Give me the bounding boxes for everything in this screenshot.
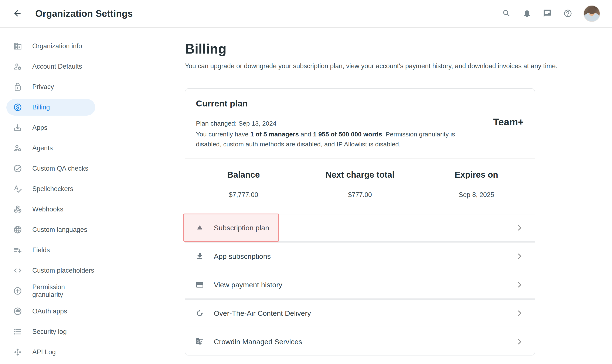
sidebar-item-label: Billing	[32, 104, 50, 111]
page-description: You can upgrade or downgrade your subscr…	[185, 62, 612, 70]
row-label: Over-The-Air Content Delivery	[214, 309, 311, 317]
translate-icon	[195, 338, 204, 346]
billing-actions-list: Subscription plan App subscriptions View…	[185, 214, 535, 355]
sidebar-item-account-defaults[interactable]: Account Defaults	[6, 58, 95, 75]
sidebar-item-label: Spellcheckers	[32, 185, 73, 193]
sidebar-item-label: Apps	[32, 124, 47, 131]
sidebar-item-organization-info[interactable]: Organization info	[6, 38, 95, 54]
main-content: Billing You can upgrade or downgrade you…	[102, 28, 612, 355]
plan-changed-text: Plan changed: Sep 13, 2024	[196, 119, 460, 128]
row-label: Crowdin Managed Services	[214, 338, 302, 346]
page-heading: Billing	[185, 41, 612, 56]
sidebar-item-security-log[interactable]: Security log	[6, 324, 95, 340]
sidebar-item-custom-qa-checks[interactable]: Custom QA checks	[6, 160, 95, 177]
current-plan-card: Current plan Plan changed: Sep 13, 2024 …	[185, 88, 535, 213]
chevron-right-icon	[515, 281, 524, 289]
sidebar-item-label: Custom languages	[32, 226, 87, 234]
eject-icon	[195, 223, 204, 232]
row-app-subscriptions[interactable]: App subscriptions	[185, 242, 535, 270]
check-circle-icon	[13, 164, 22, 173]
code-brackets-icon	[13, 266, 22, 275]
stat-balance: Balance $7,777.00	[185, 170, 302, 199]
avatar[interactable]	[584, 5, 600, 22]
sidebar-item-label: API Log	[32, 348, 56, 356]
row-view-payment-history[interactable]: View payment history	[185, 271, 535, 299]
sidebar-item-api-log[interactable]: API Log	[6, 344, 95, 360]
sidebar-item-label: Security log	[32, 328, 67, 336]
sidebar-item-privacy[interactable]: Privacy	[6, 79, 95, 95]
spellcheck-icon	[13, 184, 22, 193]
webhook-icon	[13, 205, 22, 214]
stat-label: Next charge total	[302, 170, 418, 180]
chevron-right-icon	[515, 252, 524, 260]
chat-icon	[543, 9, 552, 18]
sidebar-item-billing[interactable]: Billing	[6, 99, 95, 116]
row-label: App subscriptions	[214, 252, 271, 260]
sidebar-item-label: Permission granularity	[32, 283, 95, 299]
notifications-button[interactable]	[522, 9, 532, 18]
sidebar-item-label: Custom placeholders	[32, 267, 94, 274]
sidebar-item-label: Privacy	[32, 83, 54, 91]
stat-value: $777.00	[302, 191, 418, 199]
stat-expires-on: Expires on Sep 8, 2025	[418, 170, 535, 199]
sidebar-item-apps[interactable]: Apps	[6, 119, 95, 136]
billing-stats: Balance $7,777.00 Next charge total $777…	[185, 158, 535, 213]
sidebar-item-label: OAuth apps	[32, 308, 67, 315]
row-subscription-plan[interactable]: Subscription plan	[185, 214, 535, 242]
chevron-right-icon	[515, 223, 524, 232]
stat-value: Sep 8, 2025	[418, 191, 535, 199]
usage-prefix: You currently have	[196, 131, 250, 138]
sidebar: Organization info Account Defaults Priva…	[0, 28, 102, 364]
row-label: View payment history	[214, 281, 282, 289]
dollar-circle-icon	[13, 103, 22, 112]
sidebar-item-label: Agents	[32, 144, 53, 152]
cloud-circle-icon	[13, 307, 22, 316]
header-actions	[502, 5, 600, 22]
plan-summary: Current plan Plan changed: Sep 13, 2024 …	[185, 89, 535, 158]
help-icon	[563, 9, 572, 18]
list-add-icon	[13, 246, 22, 255]
usage-and: and	[299, 131, 313, 138]
sidebar-item-custom-languages[interactable]: Custom languages	[6, 221, 95, 238]
sidebar-item-webhooks[interactable]: Webhooks	[6, 201, 95, 218]
person-gear-icon	[13, 62, 22, 71]
sidebar-item-fields[interactable]: Fields	[6, 242, 95, 258]
bell-icon	[522, 9, 532, 18]
search-button[interactable]	[502, 9, 511, 18]
row-crowdin-managed-services[interactable]: Crowdin Managed Services	[185, 328, 535, 355]
search-icon	[502, 9, 511, 18]
lock-icon	[13, 82, 22, 91]
download-tray-icon	[13, 123, 22, 132]
stat-label: Balance	[185, 170, 302, 180]
words-count: 1 955 of 500 000 words	[313, 131, 382, 138]
back-arrow-icon	[13, 9, 22, 19]
sidebar-item-label: Account Defaults	[32, 63, 82, 70]
messages-button[interactable]	[543, 9, 552, 18]
building-icon	[13, 42, 22, 51]
sidebar-item-label: Webhooks	[32, 206, 63, 213]
sidebar-item-label: Custom QA checks	[32, 165, 88, 172]
sidebar-item-oauth-apps[interactable]: OAuth apps	[6, 303, 95, 320]
plan-info: Current plan Plan changed: Sep 13, 2024 …	[185, 89, 482, 158]
plan-name: Team+	[482, 89, 535, 158]
sidebar-item-spellcheckers[interactable]: Spellcheckers	[6, 181, 95, 197]
download-icon	[195, 252, 204, 260]
plan-name-zone: Team+	[482, 89, 535, 158]
stat-next-charge: Next charge total $777.00	[302, 170, 418, 199]
stat-label: Expires on	[418, 170, 535, 180]
sidebar-item-custom-placeholders[interactable]: Custom placeholders	[6, 262, 95, 279]
managers-count: 1 of 5 managers	[250, 131, 299, 138]
layout: Organization info Account Defaults Priva…	[0, 28, 612, 364]
diamonds-icon	[13, 348, 22, 357]
sidebar-item-agents[interactable]: Agents	[6, 140, 95, 156]
sidebar-item-label: Fields	[32, 246, 50, 254]
stat-value: $7,777.00	[185, 191, 302, 199]
back-button[interactable]	[12, 8, 23, 19]
page-title: Organization Settings	[35, 8, 133, 19]
app-header: Organization Settings	[0, 0, 612, 28]
chevron-right-icon	[515, 338, 524, 346]
row-ota-content-delivery[interactable]: Over-The-Air Content Delivery	[185, 299, 535, 327]
sidebar-item-permission-granularity[interactable]: Permission granularity	[6, 283, 95, 299]
help-button[interactable]	[563, 9, 573, 18]
person-cube-icon	[13, 144, 22, 153]
